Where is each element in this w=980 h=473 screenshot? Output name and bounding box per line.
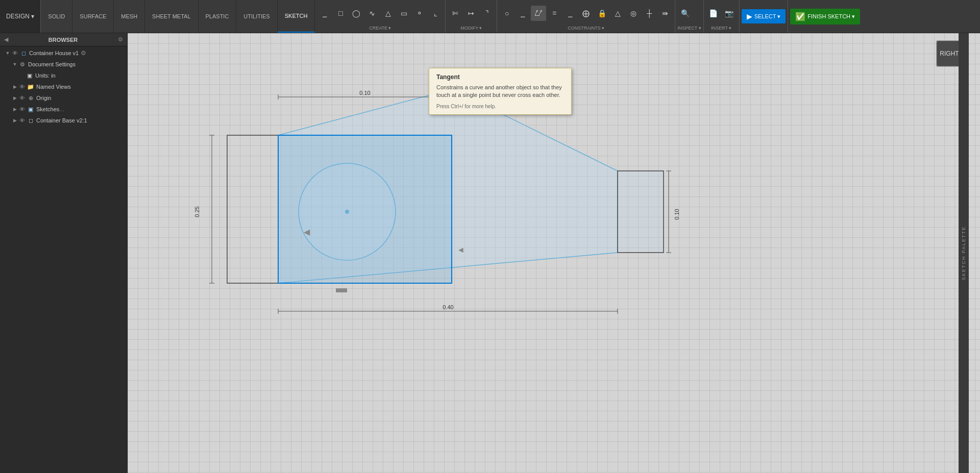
tab-utilities[interactable]: UTILITIES [236, 0, 277, 33]
fillet-icon[interactable]: ⌝ [479, 6, 495, 21]
main-area: ◀ BROWSER ⚙ ▼ 👁 ◻ Container House v1 ⚙ ▼… [0, 33, 980, 473]
curvature-icon[interactable]: ⇛ [657, 6, 673, 21]
finish-sketch-label: FINISH SKETCH ▾ [807, 13, 855, 20]
tab-solid[interactable]: SOLID [41, 0, 72, 33]
select-icon: ▶ [747, 12, 752, 20]
tree-expand-root[interactable]: ▼ [4, 49, 11, 57]
constraints-section: ○ ⎯ ⌰ = ⎯ ⨁ 🔒 △ ◎ ┼ ⇛ CONSTRAINTS ▾ [497, 0, 675, 33]
tangent-tooltip: Tangent Constrains a curve and another o… [429, 68, 572, 115]
tab-sketch[interactable]: SKETCH [278, 0, 315, 33]
tooltip-description: Constrains a curve and another object so… [436, 84, 564, 99]
browser-panel: ◀ BROWSER ⚙ ▼ 👁 ◻ Container House v1 ⚙ ▼… [0, 33, 128, 473]
parallel-icon[interactable]: ⎯ [562, 6, 578, 21]
settings-icon[interactable]: ⚙ [81, 49, 86, 57]
units-icon: ▣ [26, 71, 34, 80]
tree-item-doc-settings[interactable]: ▼ ⚙ Document Settings [0, 59, 127, 70]
tab-sheet-metal[interactable]: SHEET METAL [145, 0, 198, 33]
polygon-tool-icon[interactable]: △ [380, 6, 396, 21]
select-button[interactable]: ▶ SELECT ▾ [742, 9, 786, 23]
finish-sketch-button[interactable]: ✅ FINISH SKETCH ▾ [790, 9, 860, 24]
tooltip-title: Tangent [436, 73, 564, 81]
tree-label-origin: Origin [36, 95, 51, 101]
tree-label-named-views: Named Views [36, 84, 71, 90]
tangent-icon active[interactable]: ⌰ [531, 6, 546, 21]
tree-item-sketches[interactable]: ▶ 👁 ▣ Sketches … [0, 104, 127, 115]
tree-item-origin[interactable]: ▶ 👁 ⊕ Origin [0, 92, 127, 104]
tree-expand-container-base[interactable]: ▶ [11, 117, 18, 124]
canvas-area[interactable]: 0.10 0.25 0.10 0.40 ◀ ◄ Tangent [128, 33, 980, 473]
eye-named-views-icon[interactable]: 👁 [18, 83, 26, 90]
tree-label-root: Container House v1 [29, 50, 79, 56]
tree-expand-sketches[interactable]: ▶ [11, 106, 18, 113]
insert-dxf-icon[interactable]: 📄 [706, 6, 721, 21]
insert-svg-icon[interactable]: 📷 [722, 6, 737, 21]
tree-item-root[interactable]: ▼ 👁 ◻ Container House v1 ⚙ [0, 47, 127, 59]
tab-bar: SOLID SURFACE MESH SHEET METAL PLASTIC U… [41, 0, 315, 33]
eye-sketches-icon[interactable]: 👁 [18, 106, 26, 113]
concentric-icon[interactable]: ◎ [626, 6, 641, 21]
tab-mesh[interactable]: MESH [114, 0, 145, 33]
browser-header: ◀ BROWSER ⚙ [0, 33, 127, 46]
browser-settings-icon[interactable]: ⚙ [118, 36, 123, 43]
svg-rect-0 [227, 135, 278, 283]
tree-expand-named-views[interactable]: ▶ [11, 83, 18, 90]
arc-tool-icon[interactable]: ⌞ [428, 6, 443, 21]
tree-item-named-views[interactable]: ▶ 👁 📁 Named Views [0, 81, 127, 92]
circle-tool-icon[interactable]: ◯ [349, 6, 364, 21]
ellipse-tool-icon[interactable]: ⚬ [412, 6, 427, 21]
svg-rect-2 [618, 171, 664, 253]
equal-icon[interactable]: = [547, 6, 562, 21]
select-label: SELECT ▾ [754, 13, 781, 20]
eye-container-base-icon[interactable]: 👁 [18, 117, 26, 124]
browser-collapse-icon[interactable]: ◀ [4, 36, 8, 43]
svg-text:0.25: 0.25 [194, 206, 200, 217]
tab-surface[interactable]: SURFACE [72, 0, 114, 33]
tree-label-doc-settings: Document Settings [28, 61, 76, 67]
insert-label[interactable]: INSERT ▾ [706, 26, 737, 32]
tooltip-hint: Press Ctrl+/ for more help. [436, 104, 564, 109]
tree-expand-units[interactable]: ▶ [18, 72, 26, 79]
design-button[interactable]: DESIGN ▾ [0, 0, 41, 33]
svg-text:0.40: 0.40 [443, 304, 453, 310]
midpoint-icon[interactable]: △ [610, 6, 625, 21]
svg-text:◄: ◄ [457, 245, 465, 254]
browser-tree: ▼ 👁 ◻ Container House v1 ⚙ ▼ ⚙ Document … [0, 46, 127, 473]
symmetric-icon[interactable]: ┼ [642, 6, 657, 21]
container-base-icon: ◻ [27, 116, 35, 125]
spline-tool-icon[interactable]: ∿ [364, 6, 380, 21]
tab-plastic[interactable]: PLASTIC [199, 0, 237, 33]
browser-title: BROWSER [48, 37, 78, 43]
inspect-icon[interactable]: 🔍 [677, 6, 693, 21]
collinear-icon[interactable]: ⎯ [515, 6, 530, 21]
tree-item-container-base[interactable]: ▶ 👁 ◻ Container Base v2:1 [0, 115, 127, 126]
svg-text:0.10: 0.10 [359, 90, 370, 96]
coincident-icon[interactable]: ○ [499, 6, 514, 21]
slot-tool-icon[interactable]: ▭ [396, 6, 411, 21]
tree-item-units[interactable]: ▶ ▣ Units: in [0, 70, 127, 81]
sketch-palette-panel[interactable]: SKETCH PALETTE [959, 33, 969, 473]
rectangle-tool-icon[interactable]: □ [333, 6, 348, 21]
modify-label[interactable]: MODIFY ▾ [448, 26, 495, 32]
svg-text:◀: ◀ [304, 228, 310, 236]
folder-icon: 📁 [27, 83, 35, 91]
sketch-palette-label: SKETCH PALETTE [961, 226, 966, 280]
constraints-label[interactable]: CONSTRAINTS ▾ [499, 26, 673, 32]
trim-icon[interactable]: ✄ [448, 6, 463, 21]
svg-text:RIGHT: RIGHT [940, 50, 959, 57]
tree-expand-origin[interactable]: ▶ [11, 94, 18, 102]
svg-rect-24 [336, 288, 347, 292]
eye-root-icon[interactable]: 👁 [11, 49, 18, 57]
tree-expand-doc-settings[interactable]: ▼ [11, 61, 18, 68]
eye-origin-icon[interactable]: 👁 [18, 94, 26, 102]
component-root-icon: ◻ [19, 49, 28, 57]
perpendicular-icon[interactable]: ⨁ [578, 6, 594, 21]
create-label[interactable]: CREATE ▾ [317, 26, 443, 32]
lock-icon[interactable]: 🔒 [594, 6, 609, 21]
sketch-icon: ▣ [27, 105, 35, 113]
tree-label-sketches: Sketches [36, 106, 59, 112]
extend-icon[interactable]: ↦ [463, 6, 479, 21]
insert-section: 📄 📷 INSERT ▾ [704, 0, 740, 33]
line-tool-icon[interactable]: ⎯ [317, 6, 332, 21]
inspect-label[interactable]: INSPECT ▾ [677, 26, 701, 32]
design-label: DESIGN ▾ [6, 13, 34, 20]
